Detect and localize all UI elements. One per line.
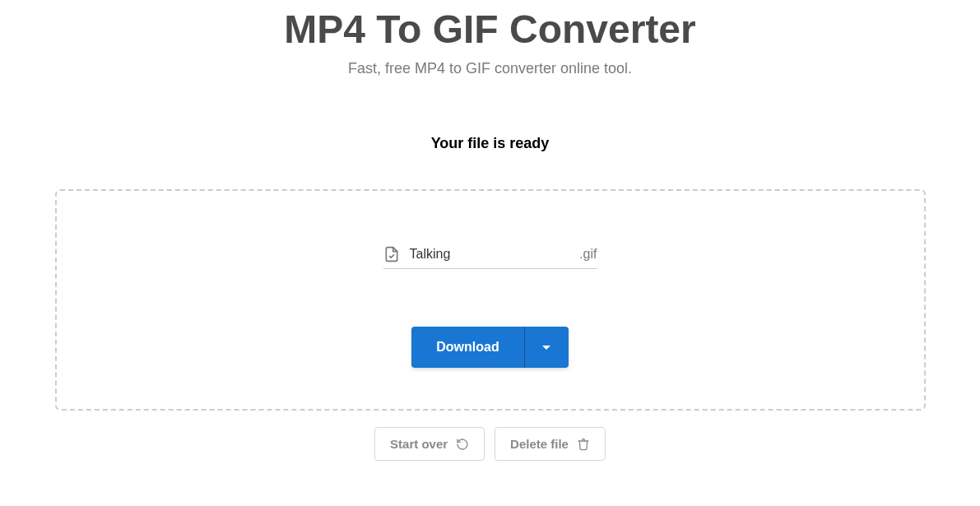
page-subtitle: Fast, free MP4 to GIF converter online t… <box>348 60 632 77</box>
result-panel: .gif Download <box>55 189 926 411</box>
caret-down-icon <box>542 346 550 350</box>
download-button-group: Download <box>411 327 568 368</box>
filename-row: .gif <box>383 245 597 269</box>
status-heading: Your file is ready <box>431 135 550 152</box>
download-button[interactable]: Download <box>411 327 523 368</box>
trash-icon <box>577 438 590 451</box>
start-over-label: Start over <box>390 437 448 451</box>
delete-file-label: Delete file <box>510 437 569 451</box>
delete-file-button[interactable]: Delete file <box>495 427 606 461</box>
refresh-icon <box>456 438 469 451</box>
filename-input[interactable] <box>410 247 575 262</box>
file-extension: .gif <box>579 247 597 262</box>
download-dropdown-button[interactable] <box>524 327 569 368</box>
start-over-button[interactable]: Start over <box>374 427 485 461</box>
page-title: MP4 To GIF Converter <box>284 7 696 52</box>
actions-row: Start over Delete file <box>374 427 606 461</box>
file-check-icon <box>383 245 400 263</box>
